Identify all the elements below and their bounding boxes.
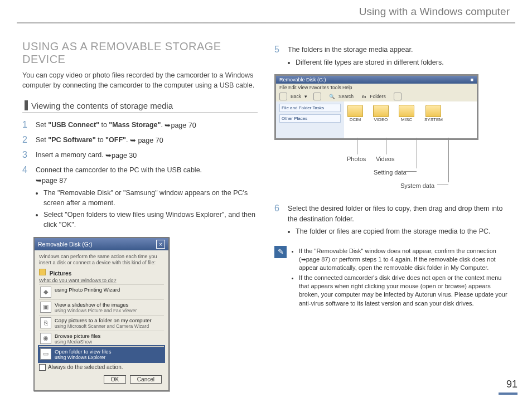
note-box: ✎ If the "Removable Disk" window does no… — [274, 246, 510, 309]
dialog-titlebar[interactable]: Removable Disk (G:) × — [35, 238, 168, 250]
callout-system-data: System data — [400, 182, 434, 189]
page-ref: ➥page 70 — [165, 120, 196, 131]
page-number-bar — [499, 393, 518, 395]
step-number: 5 — [274, 45, 282, 70]
checkbox-icon[interactable] — [39, 364, 46, 371]
folder-dcim[interactable]: DCIM — [347, 105, 363, 135]
folders-icon[interactable]: 🗀 — [361, 94, 366, 99]
explorer-window: Removable Disk (G:) ■ File Edit View Fav… — [274, 74, 478, 140]
step-4: 4 Connect the camcorder to the PC with t… — [22, 165, 258, 232]
step-number: 1 — [22, 120, 30, 130]
note-icon: ✎ — [274, 246, 287, 258]
section-title: USING AS A REMOVABLE STORAGE DEVICE — [22, 40, 258, 66]
step-4-bullet: Select "Open folders to view files using… — [43, 210, 258, 230]
folder-icon — [373, 105, 389, 117]
intro-paragraph: You can copy video or photo files record… — [22, 70, 258, 90]
sidebar-places[interactable]: Other Places — [279, 114, 341, 123]
page-ref: ➥page 87 — [36, 176, 67, 186]
wizard-icon: ◆ — [40, 287, 51, 298]
autoplay-option-selected[interactable]: ▭ Open folder to view filesusing Windows… — [39, 346, 164, 362]
autoplay-option[interactable]: ◉ Browse picture filesusing MediaShow — [39, 331, 164, 346]
views-icon[interactable] — [394, 93, 402, 100]
step-6-bullet: The folder or files are copied from the … — [296, 226, 510, 236]
search-icon[interactable]: 🔍 — [329, 94, 335, 99]
left-column: USING AS A REMOVABLE STORAGE DEVICE You … — [22, 40, 258, 391]
copy-icon: ⎘ — [40, 317, 51, 328]
always-label: Always do the selected action. — [48, 364, 123, 370]
explorer-sidebar: File and Folder Tasks Other Places — [276, 101, 344, 138]
right-column: 5 The folders in the storage media appea… — [274, 40, 510, 391]
note-item: If the "Removable Disk" window does not … — [299, 247, 510, 273]
dialog-prompt: What do you want Windows to do? — [39, 278, 164, 284]
step-5-bullet: Different file types are stored in diffe… — [296, 57, 510, 67]
step-number: 3 — [22, 150, 30, 161]
step-6: 6 Select the desired folder or files to … — [274, 204, 510, 239]
step-text: Insert a memory card. ➥page 30 — [36, 150, 258, 161]
step-number: 6 — [274, 204, 282, 239]
step-3: 3 Insert a memory card. ➥page 30 — [22, 150, 258, 161]
step-2: 2 Set "PC Software" to "OFF". ➥ page 70 — [22, 135, 258, 146]
folder-video[interactable]: VIDEO — [373, 105, 389, 135]
forward-icon[interactable] — [313, 93, 321, 100]
step-number: 4 — [22, 165, 30, 232]
step-number: 2 — [22, 135, 30, 146]
dialog-lead-text: Windows can perform the same action each… — [39, 254, 164, 267]
folder-icon: ▭ — [40, 348, 51, 360]
autoplay-option[interactable]: ⎘ Copy pictures to a folder on my comput… — [39, 315, 164, 331]
folder-callouts: Photos Videos Setting data System data — [274, 138, 475, 199]
dialog-title: Removable Disk (G:) — [38, 241, 92, 248]
pictures-icon — [39, 269, 46, 275]
autoplay-option[interactable]: ▣ View a slideshow of the imagesusing Wi… — [39, 299, 164, 315]
subheading: Viewing the contents of storage media — [22, 98, 258, 113]
page-ref: ➥ page 70 — [130, 135, 163, 146]
chapter-heading: Using with a Windows computer — [0, 0, 532, 22]
close-icon[interactable]: ■ — [471, 77, 473, 83]
folder-icon — [347, 105, 363, 117]
folder-misc[interactable]: MISC — [399, 105, 414, 135]
explorer-menubar[interactable]: File Edit View Favorites Tools Help — [276, 84, 477, 91]
sidebar-tasks[interactable]: File and Folder Tasks — [279, 104, 341, 112]
slideshow-icon: ▣ — [40, 302, 51, 313]
folder-icon — [399, 105, 414, 117]
cancel-button[interactable]: Cancel — [130, 375, 162, 384]
note-item: If the connected camcorder's disk drive … — [299, 274, 510, 308]
step-text: Connect the camcorder to the PC with the… — [36, 165, 258, 232]
step-text: Set "PC Software" to "OFF". ➥ page 70 — [36, 135, 258, 146]
page-number: 91 — [499, 379, 518, 395]
autoplay-dialog: Removable Disk (G:) × Windows can perfor… — [33, 237, 170, 391]
step-1: 1 Set "USB Connect" to "Mass Storage". ➥… — [22, 120, 258, 130]
step-text: Select the desired folder or files to co… — [288, 204, 510, 239]
step-4-bullet: The "Removable Disk" or "Samsung" window… — [43, 188, 258, 208]
step-text: The folders in the storage media appear.… — [288, 45, 510, 70]
browse-icon: ◉ — [40, 333, 51, 344]
autoplay-option[interactable]: ◆ using Photo Printing Wizard — [39, 284, 164, 299]
explorer-toolbar[interactable]: Back ▾ 🔍Search 🗀Folders — [276, 91, 477, 101]
explorer-titlebar[interactable]: Removable Disk (G:) ■ — [276, 76, 477, 84]
folder-system[interactable]: SYSTEM — [424, 105, 443, 135]
dialog-section-label: Pictures — [39, 269, 164, 277]
back-icon[interactable] — [279, 93, 287, 100]
callout-setting-data: Setting data — [374, 169, 407, 176]
explorer-content[interactable]: DCIM VIDEO MISC SYSTEM — [344, 101, 477, 138]
step-5: 5 The folders in the storage media appea… — [274, 45, 510, 70]
close-icon[interactable]: × — [156, 240, 165, 249]
page-ref: ➥page 30 — [105, 151, 137, 161]
always-checkbox-row[interactable]: Always do the selected action. — [39, 362, 164, 373]
ok-button[interactable]: OK — [104, 375, 126, 384]
callout-photos: Photos — [347, 156, 366, 162]
folder-icon — [425, 105, 441, 117]
callout-videos: Videos — [376, 156, 394, 162]
step-text: Set "USB Connect" to "Mass Storage". ➥pa… — [36, 120, 258, 130]
page-body: USING AS A REMOVABLE STORAGE DEVICE You … — [0, 23, 532, 403]
